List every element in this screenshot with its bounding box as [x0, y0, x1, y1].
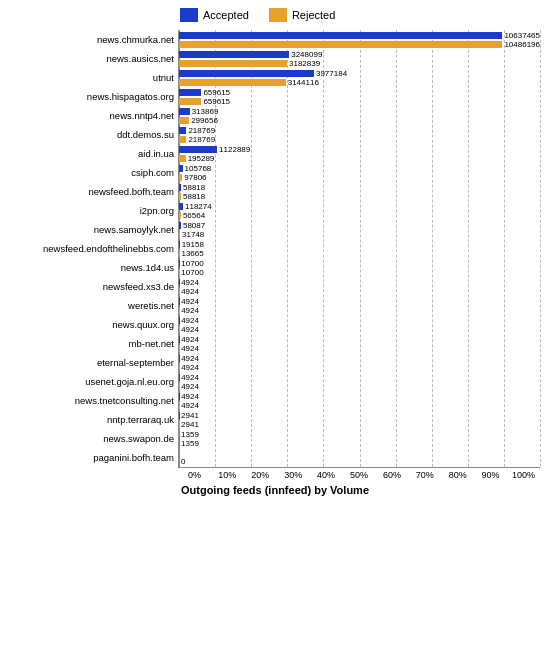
y-label: i2pn.org	[10, 201, 178, 220]
accepted-bar	[179, 51, 289, 58]
x-axis-label: 100%	[507, 470, 540, 480]
rejected-value: 4924	[181, 363, 199, 372]
rejected-bar	[179, 98, 201, 105]
rejected-bar	[179, 41, 502, 48]
rejected-value: 56564	[183, 211, 205, 220]
y-label: news.tnetconsulting.net	[10, 391, 178, 410]
accepted-value: 4924	[181, 335, 199, 344]
table-row: 10576897806	[179, 163, 540, 182]
legend-accepted-label: Accepted	[203, 9, 249, 21]
accepted-value: 3977184	[316, 69, 347, 78]
rejected-value: 195289	[188, 154, 215, 163]
rejected-value: 10486196	[504, 40, 540, 49]
y-label: news.ausics.net	[10, 49, 178, 68]
table-row: 1070010700	[179, 258, 540, 277]
y-label: news.swapon.de	[10, 429, 178, 448]
rejected-value: 3144116	[288, 78, 319, 87]
table-row: 5808731748	[179, 220, 540, 239]
accepted-value: 4924	[181, 278, 199, 287]
rejected-value: 31748	[182, 230, 204, 239]
legend-rejected: Rejected	[269, 8, 335, 22]
table-row: 11827456564	[179, 201, 540, 220]
y-label: mb-net.net	[10, 334, 178, 353]
accepted-bar	[179, 241, 180, 248]
y-label: news.chmurka.net	[10, 30, 178, 49]
accepted-value: 10700	[181, 259, 203, 268]
table-row: 659615659615	[179, 87, 540, 106]
rejected-value: 97806	[184, 173, 206, 182]
rejected-value: 58818	[183, 192, 205, 201]
accepted-value: 313869	[192, 107, 219, 116]
accepted-value: 4924	[181, 354, 199, 363]
table-row: 1063746510486196	[179, 30, 540, 49]
accepted-bar	[179, 203, 183, 210]
table-row: 49244924	[179, 334, 540, 353]
rejected-value: 4924	[181, 287, 199, 296]
legend-rejected-box	[269, 8, 287, 22]
table-row: 32480993182839	[179, 49, 540, 68]
accepted-value: 659615	[203, 88, 230, 97]
accepted-value: 105768	[185, 164, 212, 173]
y-label: nntp.terraraq.uk	[10, 410, 178, 429]
accepted-value: 58087	[183, 221, 205, 230]
accepted-bar	[179, 108, 190, 115]
table-row: 49244924	[179, 277, 540, 296]
y-labels: news.chmurka.netnews.ausics.netutnutnews…	[10, 30, 178, 468]
y-label: weretis.net	[10, 296, 178, 315]
y-label: usenet.goja.nl.eu.org	[10, 372, 178, 391]
table-row: 49244924	[179, 372, 540, 391]
x-axis-label: 70%	[408, 470, 441, 480]
rejected-bar	[179, 193, 181, 200]
table-row: 29412941	[179, 410, 540, 429]
y-label: aid.in.ua	[10, 144, 178, 163]
x-axis-label: 30%	[277, 470, 310, 480]
accepted-value: 1359	[181, 430, 199, 439]
y-label: news.samoylyk.net	[10, 220, 178, 239]
table-row: 49244924	[179, 353, 540, 372]
y-label: utnut	[10, 68, 178, 87]
accepted-value: 118274	[185, 202, 212, 211]
rejected-value: 4924	[181, 344, 199, 353]
legend: Accepted Rejected	[180, 8, 540, 22]
rejected-bar	[179, 79, 286, 86]
y-label: newsfeed.bofh.team	[10, 182, 178, 201]
x-axis-label: 20%	[244, 470, 277, 480]
accepted-value: 4924	[181, 373, 199, 382]
bars-area: 1063746510486196324809931828393977184314…	[178, 30, 540, 468]
accepted-bar	[179, 32, 502, 39]
y-label: paganini.bofh.team	[10, 448, 178, 467]
accepted-bar	[179, 89, 201, 96]
accepted-value: 2941	[181, 411, 199, 420]
accepted-value: 218769	[188, 126, 215, 135]
rejected-bar	[179, 60, 287, 67]
table-row: 49244924	[179, 315, 540, 334]
table-row: 0	[179, 448, 540, 467]
x-axis-label: 90%	[474, 470, 507, 480]
rejected-value: 4924	[181, 325, 199, 334]
accepted-bar	[179, 70, 314, 77]
rejected-bar	[179, 155, 186, 162]
legend-accepted: Accepted	[180, 8, 249, 22]
y-label: newsfeed.endofthelinebbs.com	[10, 239, 178, 258]
accepted-value: 4924	[181, 392, 199, 401]
chart-area: news.chmurka.netnews.ausics.netutnutnews…	[10, 30, 540, 468]
accepted-value: 19158	[182, 240, 204, 249]
table-row: 1122889195289	[179, 144, 540, 163]
rejected-value: 1359	[181, 439, 199, 448]
rejected-bar	[179, 136, 186, 143]
rejected-value: 13665	[181, 249, 203, 258]
table-row: 39771843144116	[179, 68, 540, 87]
y-label: news.hispagatos.org	[10, 87, 178, 106]
rejected-value: 2941	[181, 420, 199, 429]
chart-container: Accepted Rejected news.chmurka.netnews.a…	[0, 0, 550, 655]
rejected-bar	[179, 212, 181, 219]
table-row: 1915813665	[179, 239, 540, 258]
rejected-value: 4924	[181, 306, 199, 315]
accepted-bar	[179, 165, 183, 172]
y-label: newsfeed.xs3.de	[10, 277, 178, 296]
x-axis-label: 10%	[211, 470, 244, 480]
table-row: 5881858818	[179, 182, 540, 201]
chart-title: Outgoing feeds (innfeed) by Volume	[10, 484, 540, 496]
x-axis-label: 0%	[178, 470, 211, 480]
rejected-bar	[179, 231, 180, 238]
